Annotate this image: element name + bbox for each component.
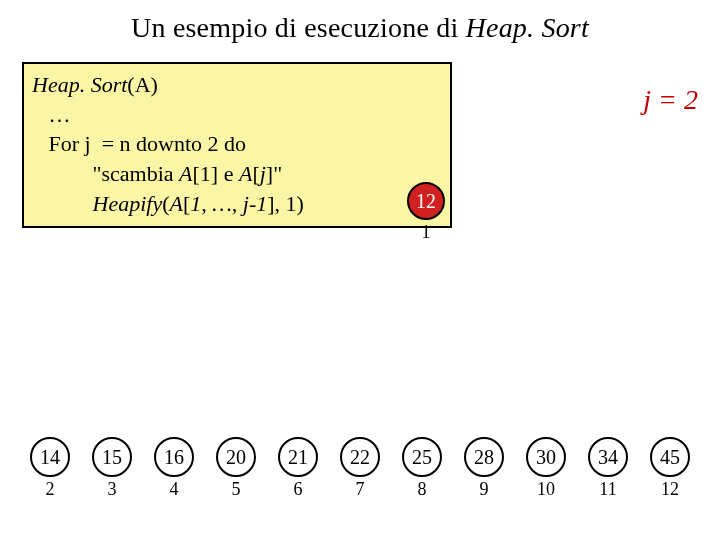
array-cell: 227	[340, 437, 380, 500]
array-cell-circle: 30	[526, 437, 566, 477]
array-cell-index: 8	[418, 479, 427, 500]
heap-root-index: 1	[407, 222, 445, 243]
array-cell-index: 2	[46, 479, 55, 500]
array-cell-index: 7	[356, 479, 365, 500]
array-cell-index: 4	[170, 479, 179, 500]
array-cell-circle: 15	[92, 437, 132, 477]
array-cell-circle: 21	[278, 437, 318, 477]
array-cell: 4512	[650, 437, 690, 500]
array-cell-circle: 28	[464, 437, 504, 477]
array-cell-index: 12	[661, 479, 679, 500]
array-cell-index: 3	[108, 479, 117, 500]
page-title: Un esempio di esecuzione di Heap. Sort	[0, 0, 720, 44]
array-cell: 153	[92, 437, 132, 500]
array-cell: 3010	[526, 437, 566, 500]
heap-root-circle: 12	[407, 182, 445, 220]
array-cell-circle: 25	[402, 437, 442, 477]
code-line-5: Heapify(A[1, …, j-1], 1)	[32, 189, 442, 219]
code-line-4: "scambia A[1] e A[j]"	[32, 159, 442, 189]
array-cell: 142	[30, 437, 70, 500]
array-cell: 205	[216, 437, 256, 500]
array-cell: 3411	[588, 437, 628, 500]
array-cell: 289	[464, 437, 504, 500]
array-cell-index: 9	[480, 479, 489, 500]
title-algorithm: Heap. Sort	[466, 12, 589, 43]
array-cell-index: 10	[537, 479, 555, 500]
array-cell-index: 6	[294, 479, 303, 500]
array-cell-circle: 45	[650, 437, 690, 477]
array-cell: 164	[154, 437, 194, 500]
array-cell-circle: 34	[588, 437, 628, 477]
array-row: 142153164205216227258289301034114512	[0, 437, 720, 500]
pseudocode-box: Heap. Sort(A) … For j = n downto 2 do "s…	[22, 62, 452, 228]
array-cell-circle: 14	[30, 437, 70, 477]
title-prefix: Un esempio di esecuzione di	[131, 12, 466, 43]
array-cell-circle: 20	[216, 437, 256, 477]
j-value-label: j = 2	[643, 84, 698, 116]
array-cell-index: 11	[599, 479, 616, 500]
array-cell-circle: 16	[154, 437, 194, 477]
array-cell-index: 5	[232, 479, 241, 500]
code-line-1: Heap. Sort(A)	[32, 70, 442, 100]
array-cell: 258	[402, 437, 442, 500]
array-cell-circle: 22	[340, 437, 380, 477]
code-line-3: For j = n downto 2 do	[32, 129, 442, 159]
array-cell: 216	[278, 437, 318, 500]
code-line-2: …	[32, 100, 442, 130]
heap-root-node: 12 1	[407, 182, 445, 243]
